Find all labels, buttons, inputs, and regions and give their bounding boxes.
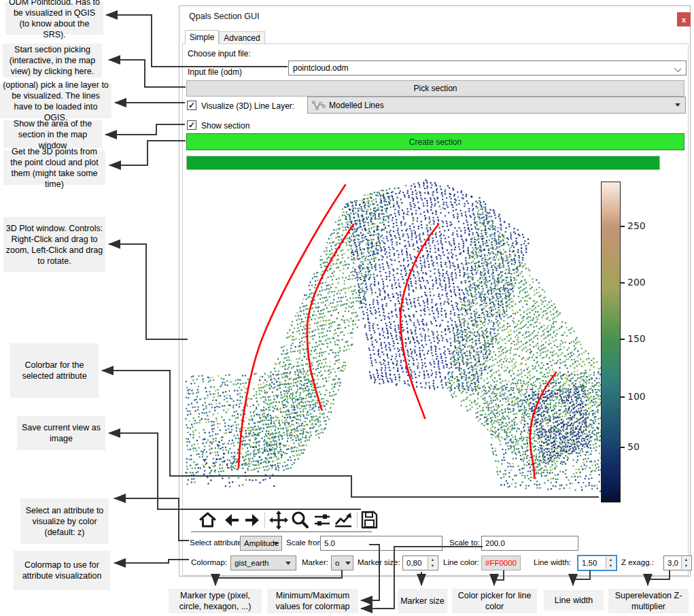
save-icon[interactable] [361, 511, 378, 530]
back-icon[interactable] [222, 511, 241, 530]
marker-label: Marker: [302, 558, 328, 566]
scale-to-input[interactable]: 200.0 [481, 536, 578, 551]
scale-from-input[interactable]: 5.0 [320, 536, 443, 551]
colorbar-tick-label: 150 [627, 333, 646, 344]
toolbar-underline [191, 531, 372, 532]
pick-section-button[interactable]: Pick section [186, 80, 684, 97]
scale-from-value: 5.0 [324, 539, 335, 547]
attribute-dropdown[interactable]: Amplitude [240, 536, 282, 551]
arrow-colormap [114, 560, 189, 563]
note-marker-type: Marker type (pixel, circle, hexagon, ...… [169, 589, 262, 613]
check-icon: ✓ [188, 120, 195, 130]
note-colorbar: Colorbar for the selected attribute [10, 343, 99, 398]
dropdown-arrow-icon [285, 562, 291, 565]
colorbar: 250 200 150 100 50 [601, 182, 621, 502]
pointcloud-canvas[interactable] [181, 171, 602, 506]
close-icon: x [682, 16, 686, 24]
colormap-label: Colormap: [191, 558, 227, 566]
line-width-label: Line width: [534, 558, 571, 566]
line-width-value: 1,50 [582, 559, 597, 567]
line-color-button[interactable]: #FF0000 [481, 555, 521, 570]
dropdown-arrow-icon [675, 103, 680, 107]
line-width-spinner[interactable]: 1,50 ▴▾ [577, 555, 617, 571]
select-attribute-label: Select attribute: [190, 538, 244, 547]
marker-dropdown[interactable]: o [331, 555, 353, 570]
colorbar-tick-label: 50 [627, 441, 640, 452]
note-colormap: Colormap to use for attribute visualizat… [14, 551, 110, 590]
toolbar-separator [357, 512, 358, 528]
zoom-rect-icon[interactable] [290, 511, 309, 530]
tab-simple[interactable]: Simple [185, 30, 219, 44]
dropdown-arrow-icon [345, 562, 351, 565]
colormap-value: gist_earth [235, 559, 269, 567]
home-icon[interactable] [198, 511, 217, 530]
close-button[interactable]: x [677, 12, 691, 27]
arrow-start-picking [109, 60, 186, 87]
marker-size-label: Marker size: [358, 558, 400, 566]
marker-value: o [335, 559, 339, 567]
line-color-label: Line color: [443, 558, 479, 566]
pan-icon[interactable] [269, 511, 288, 530]
colorbar-tick [621, 226, 625, 227]
marker-size-spinner[interactable]: 0,80 ▴▾ [402, 555, 438, 570]
note-get-points: Get the 3D points from the point cloud a… [3, 150, 105, 185]
input-file-label: Input file (odm) [188, 67, 242, 77]
arrow-select-attribute [114, 498, 189, 541]
spinner-arrows-icon[interactable]: ▴▾ [606, 557, 615, 569]
note-save-view: Save current view as image [17, 416, 105, 450]
colorbar-tick [621, 282, 625, 284]
forward-icon[interactable] [243, 511, 262, 530]
scale-to-value: 200.0 [485, 539, 505, 547]
note-odm-pointcloud: ODM Pointcloud. Has to be visualized in … [5, 2, 103, 35]
note-plot-window: 3D Plot window. Controls: Right-Click an… [3, 217, 105, 272]
arrow-plot-window [109, 244, 188, 339]
toolbar-separator [264, 512, 265, 528]
note-start-picking: Start section picking (interactive, in t… [3, 44, 102, 78]
colorbar-tick-label: 200 [627, 277, 646, 288]
progress-bar [186, 156, 660, 170]
show-section-checkbox[interactable]: ✓ [187, 120, 196, 130]
note-select-attribute: Select an attribute to visualize by colo… [20, 498, 109, 544]
window-title: Qpals Section GUI [189, 12, 260, 21]
note-superelevation: Superelevation Z-multiplier [608, 589, 689, 613]
note-marker-size: Marker size [398, 589, 447, 613]
tab-advanced[interactable]: Advanced [219, 31, 265, 44]
colormap-dropdown[interactable]: gist_earth [230, 555, 296, 570]
input-file-combobox[interactable]: pointcloud.odm [288, 61, 687, 75]
input-file-value: pointcloud.odm [293, 63, 348, 73]
colorbar-tick [621, 447, 625, 448]
dropdown-arrow-icon [273, 542, 279, 545]
spinner-arrows-icon[interactable]: ▴▾ [681, 557, 691, 569]
choose-input-label: Choose input file: [188, 49, 251, 58]
axes-settings-icon[interactable] [333, 511, 352, 530]
spinner-arrows-icon[interactable]: ▴▾ [428, 557, 437, 569]
note-line-width: Line width [544, 590, 604, 611]
colorbar-tick-label: 250 [627, 220, 646, 231]
colorbar-tick [621, 396, 625, 398]
line-layer-value: Modelled Lines [329, 101, 384, 110]
scale-to-label: Scale to: [449, 538, 480, 547]
line-layer-combobox[interactable]: Modelled Lines [307, 97, 686, 114]
note-color-picker: Color picker for line color [452, 589, 537, 613]
colorbar-tick-label: 100 [627, 391, 646, 402]
visualize-line-layer-label: Visualize (3D) Line Layer: [201, 101, 294, 111]
line-layer-icon [312, 100, 326, 111]
marker-size-value: 0,80 [406, 559, 421, 567]
z-exagg-spinner[interactable]: 3,0 ▴▾ [663, 555, 692, 570]
chevron-down-icon [674, 65, 681, 72]
note-show-area: Show the area of the section in the map … [3, 120, 102, 148]
page: ODM Pointcloud. Has to be visualized in … [0, 0, 694, 616]
note-line-layer: (optional) pick a line layer to be visua… [0, 84, 111, 118]
colorbar-tick [621, 339, 625, 340]
configure-subplots-icon[interactable] [313, 511, 332, 530]
create-section-button[interactable]: Create section [186, 133, 684, 150]
z-exagg-value: 3,0 [667, 559, 678, 567]
arrow-get-points [109, 141, 186, 165]
note-min-max: Minimum/Maximum values for colormap [267, 589, 358, 613]
show-section-label: Show section [201, 121, 249, 131]
z-exagg-label: Z exagg.: [621, 558, 654, 566]
arrow-show-area [105, 124, 185, 135]
check-icon: ✓ [188, 101, 195, 110]
visualize-line-layer-checkbox[interactable]: ✓ [187, 101, 196, 110]
